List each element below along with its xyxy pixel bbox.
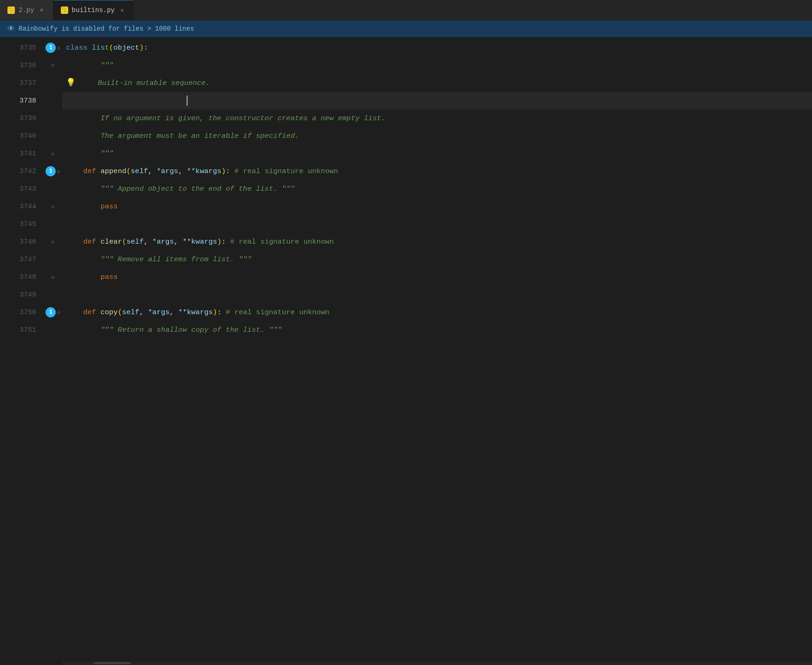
code-line-3738[interactable] [62, 92, 812, 110]
code-line-3746: def clear(self, *args, **kwargs): # real… [62, 233, 812, 251]
tab-builtins-close[interactable]: ✕ [118, 6, 126, 14]
comma2-3746: , [174, 233, 183, 251]
param-self-3746: self [126, 233, 143, 251]
ln-3738: 3738 [6, 92, 44, 110]
paren-close-3750: ) [213, 303, 217, 321]
param-args-3750: *args [148, 303, 170, 321]
paren-open-3750: ( [118, 303, 122, 321]
fold-3742: 1 ◇ [44, 162, 62, 180]
docstring-content-2: If no argument is given, the constructor… [66, 110, 385, 127]
code-line-3748: pass [62, 268, 812, 286]
param-self-3750: self [122, 303, 139, 321]
base-class: object [113, 39, 139, 57]
docstring-clear: """ Remove all items from list. """ [66, 251, 252, 268]
fold-3736: ▽ [44, 57, 62, 74]
fold-3744: ◇ [44, 198, 62, 215]
docstring-content-1: Built-in mutable sequence. [80, 74, 210, 92]
ln-3742: 3742 [6, 162, 44, 180]
ln-3745: 3745 [6, 215, 44, 233]
fold-3746: ◇ [44, 233, 62, 251]
ln-3744: 3744 [6, 198, 44, 215]
docstring-content-3: The argument must be an iterable if spec… [66, 127, 299, 145]
paren-open-3742: ( [126, 162, 130, 180]
eye-icon: 👁 [7, 25, 15, 33]
comment-3750: # real signature unknown [226, 303, 329, 321]
code-line-3736: """ [62, 57, 812, 74]
keyword-def-3746: def [66, 233, 100, 251]
fold-icon-3741: ◇ [51, 150, 54, 157]
fold-icon-3748: ◇ [51, 274, 54, 281]
param-kwargs-3742: **kwargs [187, 162, 221, 180]
comma2-3750: , [169, 303, 178, 321]
fold-icon-3735: ◇ [57, 45, 60, 52]
ln-3741: 3741 [6, 145, 44, 162]
ln-3743: 3743 [6, 180, 44, 198]
code-line-3751: """ Return a shallow copy of the list. "… [62, 321, 812, 339]
comma-3746: , [143, 233, 152, 251]
fold-3745 [44, 215, 62, 233]
colon-3742: : [226, 162, 234, 180]
notification-text: Rainbowify is disabled for files > 1000 … [19, 25, 194, 32]
fold-gutter: 1 ◇ ▽ ◇ 1 ◇ ◇ ◇ [44, 37, 62, 665]
fold-3751 [44, 321, 62, 339]
fold-3741: ◇ [44, 145, 62, 162]
ln-3751: 3751 [6, 321, 44, 339]
comma-3750: , [139, 303, 148, 321]
notification-bar: 👁 Rainbowify is disabled for files > 100… [0, 20, 812, 37]
paren-open-3735: ( [109, 39, 113, 57]
ln-3750: 3750 [6, 303, 44, 321]
fold-3750: 1 ◇ [44, 303, 62, 321]
paren-close-3746: ) [217, 233, 221, 251]
fold-3749 [44, 286, 62, 303]
horizontal-scrollbar[interactable] [62, 661, 812, 665]
code-line-3737: 💡 Built-in mutable sequence. [62, 74, 812, 92]
colon-3746: : [221, 233, 230, 251]
left-gutter [0, 37, 6, 665]
fn-clear: clear [100, 233, 122, 251]
breakpoint-3742: 1 [45, 166, 56, 176]
ln-3740: 3740 [6, 127, 44, 145]
tab-bar: 🐍 2.py ✕ 🐍 builtins.py ✕ [0, 0, 812, 20]
paren-close-3742: ) [221, 162, 226, 180]
fold-3740 [44, 127, 62, 145]
editor: 3735 3736 3737 3738 3739 3740 3741 3742 … [0, 37, 812, 665]
text-cursor [187, 96, 188, 106]
param-kwargs-3746: **kwargs [182, 233, 217, 251]
fold-icon-3744: ◇ [51, 203, 54, 210]
tab-2py[interactable]: 🐍 2.py ✕ [0, 0, 53, 20]
tab-builtins-label: builtins.py [72, 6, 115, 14]
ln-3735: 3735 [6, 39, 44, 57]
ln-3746: 3746 [6, 233, 44, 251]
tab-builtins[interactable]: 🐍 builtins.py ✕ [53, 0, 134, 20]
code-line-3744: pass [62, 198, 812, 215]
code-line-3741: """ [62, 145, 812, 162]
fn-append: append [100, 162, 126, 180]
breakpoint-3735: 1 [45, 43, 56, 53]
keyword-class: class [66, 39, 92, 57]
classname-list: list [92, 39, 109, 57]
comment-3742: # real signature unknown [234, 162, 338, 180]
fold-icon-3742: ◇ [57, 168, 60, 175]
fold-3735: 1 ◇ [44, 39, 62, 57]
docstring-append: """ Append object to the end of the list… [66, 180, 295, 198]
tab-2py-close[interactable]: ✕ [38, 6, 45, 14]
docstring-copy: """ Return a shallow copy of the list. "… [66, 321, 282, 339]
fold-3737 [44, 74, 62, 92]
code-line-3749 [62, 286, 812, 303]
comma-3742: , [148, 162, 157, 180]
colon-3735: : [143, 39, 148, 57]
keyword-pass-3748: pass [66, 268, 118, 286]
keyword-pass-3744: pass [66, 198, 118, 215]
code-area[interactable]: class list(object): """ 💡 Built-in mutab… [62, 37, 812, 665]
fn-copy: copy [100, 303, 117, 321]
docstring-open: """ [66, 57, 113, 74]
code-line-3740: The argument must be an iterable if spec… [62, 127, 812, 145]
fold-icon-3750: ◇ [57, 309, 60, 316]
code-line-3750: def copy(self, *args, **kwargs): # real … [62, 303, 812, 321]
fold-3743 [44, 180, 62, 198]
comment-3746: # real signature unknown [230, 233, 334, 251]
tab-2py-icon: 🐍 [7, 6, 15, 14]
comma2-3742: , [178, 162, 187, 180]
ln-3737: 3737 [6, 74, 44, 92]
code-line-3747: """ Remove all items from list. """ [62, 251, 812, 268]
